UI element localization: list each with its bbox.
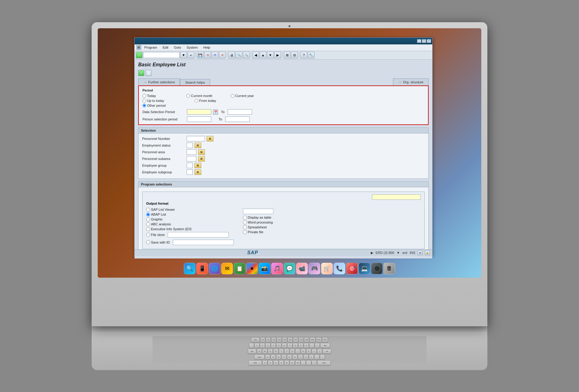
radio-display-as-table[interactable]: Display as table	[243, 216, 273, 220]
personnel-subarea-lookup[interactable]: ⊞	[198, 156, 205, 161]
sap-list-viewer-input[interactable]	[243, 209, 273, 214]
nav-up-btn[interactable]: ▲	[260, 52, 266, 58]
radio-abap-list[interactable]: ABAP List	[146, 213, 234, 217]
help-btn[interactable]: ?	[300, 52, 307, 58]
cancel-btn[interactable]: ✕	[219, 52, 226, 58]
person-selection-to-input[interactable]	[225, 116, 250, 122]
radio-from-today-input[interactable]	[195, 99, 198, 102]
green-check-btn[interactable]: ✓	[136, 52, 142, 58]
dock-item-8[interactable]: 🎵	[271, 263, 283, 274]
status-btn1[interactable]: ⊞	[418, 250, 423, 255]
dock-item-14[interactable]: 🎯	[346, 263, 358, 274]
employee-subgroup-input[interactable]	[187, 169, 193, 175]
menu-help[interactable]: Help	[201, 45, 213, 50]
forward-btn[interactable]: ⟳	[212, 52, 218, 58]
dock-item-13[interactable]: 📞	[334, 263, 345, 274]
radio-file-store[interactable]: File store	[146, 233, 165, 237]
nav-down-btn[interactable]: ▼	[267, 52, 274, 58]
radio-save-with-id-input[interactable]	[146, 240, 150, 244]
radio-today-input[interactable]	[142, 94, 146, 98]
personnel-number-input[interactable]	[187, 136, 205, 141]
config-btn[interactable]: 🔧	[308, 52, 314, 58]
radio-save-with-id[interactable]: Save with ID	[146, 240, 170, 244]
tab-search-helps[interactable]: Search helps	[180, 79, 210, 85]
radio-abc-analysis[interactable]: ABC analysis	[146, 222, 234, 226]
nav-prev-btn[interactable]: ◀	[252, 52, 259, 58]
radio-spreadsheet[interactable]: Spreadsheet	[243, 225, 273, 229]
save-with-id-input[interactable]	[173, 240, 234, 245]
menu-program[interactable]: Program	[142, 45, 160, 50]
dock-chrome[interactable]: ●	[246, 263, 258, 274]
command-input[interactable]	[143, 52, 180, 58]
radio-spreadsheet-input[interactable]	[243, 225, 247, 229]
status-btn2[interactable]: 🔒	[425, 250, 430, 255]
file-store-input[interactable]	[168, 232, 229, 238]
minimize-button[interactable]: _	[417, 39, 421, 43]
print-btn[interactable]: 🖨	[228, 52, 235, 58]
personnel-number-lookup[interactable]: ⊞	[207, 136, 213, 141]
dock-trash[interactable]: 🗑	[384, 263, 395, 274]
radio-up-to-today-input[interactable]	[142, 99, 146, 102]
dock-item-4[interactable]: ✉	[221, 263, 233, 274]
radio-current-month[interactable]: Current month	[186, 94, 212, 98]
radio-abap-list-input[interactable]	[146, 213, 150, 217]
close-button[interactable]: ×	[427, 39, 431, 43]
radio-graphic[interactable]: Graphic	[146, 217, 234, 221]
dock-item-7[interactable]: 📸	[259, 263, 270, 274]
data-selection-pick-btn[interactable]: 📅	[213, 109, 218, 115]
data-selection-to-input[interactable]	[228, 109, 252, 115]
personnel-area-lookup[interactable]: ⊞	[198, 149, 205, 155]
dock-item-15[interactable]: 💻	[359, 263, 370, 274]
radio-other-period[interactable]: Other period	[142, 104, 166, 107]
radio-file-store-input[interactable]	[146, 233, 150, 237]
menu-edit[interactable]: Edit	[160, 45, 171, 50]
layout-btn1[interactable]: ⊞	[284, 52, 290, 58]
dock-item-9[interactable]: 💬	[284, 263, 295, 274]
radio-other-period-input[interactable]	[142, 104, 146, 107]
nav-next-btn[interactable]: ▶	[274, 52, 281, 58]
dock-item-5[interactable]: 📋	[234, 263, 245, 274]
back-btn[interactable]: ⟲	[204, 52, 211, 58]
dock-item-2[interactable]: 📱	[196, 263, 208, 274]
save-btn[interactable]: 💾	[197, 52, 204, 58]
dock-item-16[interactable]: ⚙	[371, 263, 383, 274]
employment-status-lookup[interactable]: ⊞	[195, 143, 201, 148]
radio-current-month-input[interactable]	[186, 94, 190, 98]
radio-executive-info[interactable]: Executive Info System (EIS	[146, 227, 234, 231]
employment-status-input[interactable]	[187, 143, 193, 148]
find-next-btn[interactable]: 🔍	[243, 52, 250, 58]
radio-from-today[interactable]: From today	[195, 99, 216, 102]
dock-item-12[interactable]: 🛒	[321, 263, 333, 274]
radio-current-year-input[interactable]	[231, 94, 234, 98]
radio-today[interactable]: Today	[142, 94, 156, 98]
dropdown-btn[interactable]: ▼	[180, 52, 187, 58]
radio-current-year[interactable]: Current year	[231, 94, 254, 98]
skip-back-btn[interactable]: «	[188, 52, 194, 58]
save-variant-btn[interactable]: 📄	[146, 70, 152, 76]
employee-group-input[interactable]	[187, 163, 193, 168]
personnel-subarea-input[interactable]	[187, 156, 196, 161]
data-selection-input[interactable]	[187, 109, 211, 115]
radio-word-processing-input[interactable]	[243, 220, 247, 224]
tab-org-structure[interactable]: → Org. structure	[393, 78, 429, 85]
dock-item-10[interactable]: 📹	[296, 263, 308, 274]
dock-item-11[interactable]: 🎮	[309, 263, 320, 274]
maximize-button[interactable]: □	[422, 39, 426, 43]
radio-abc-analysis-input[interactable]	[146, 222, 150, 226]
radio-up-to-today[interactable]: Up to today	[142, 99, 164, 102]
radio-display-as-table-input[interactable]	[243, 216, 247, 220]
execute-btn[interactable]: ✓	[138, 70, 144, 76]
layout-btn2[interactable]: ⊟	[291, 52, 298, 58]
dock-item-3[interactable]: 🌐	[209, 263, 220, 274]
tab-further-selections[interactable]: → Further selections	[138, 78, 180, 85]
output-format-field[interactable]	[372, 194, 421, 200]
employee-group-lookup[interactable]: ⊞	[195, 163, 201, 168]
menu-system[interactable]: System	[184, 45, 200, 50]
person-selection-input[interactable]	[187, 116, 211, 122]
radio-word-processing[interactable]: Word processing	[243, 220, 273, 224]
radio-sap-list-viewer-input[interactable]	[146, 208, 150, 212]
radio-private-file[interactable]: Private file	[243, 230, 273, 234]
radio-graphic-input[interactable]	[146, 217, 150, 221]
find-btn[interactable]: 🔍	[236, 52, 242, 58]
employee-subgroup-lookup[interactable]: ⊞	[195, 169, 201, 175]
